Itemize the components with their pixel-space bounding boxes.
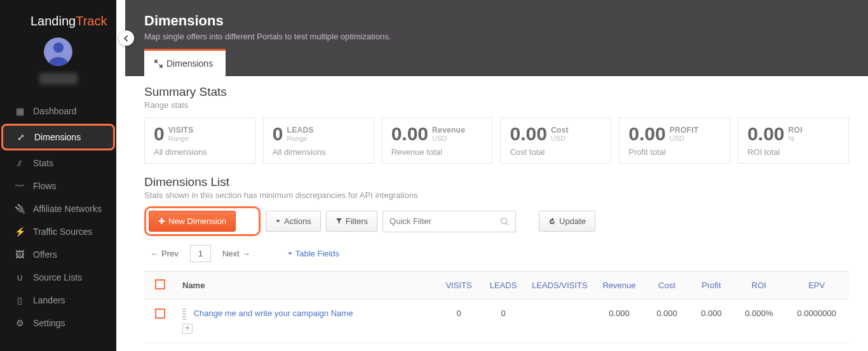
row-checkbox[interactable] [155, 308, 165, 319]
stat-profit: 0.00PROFITUSD Profit total [619, 117, 730, 164]
expand-row-button[interactable]: + [182, 324, 193, 334]
table-fields-button[interactable]: Table Fields [287, 249, 339, 258]
stat-foot: All dimensions [154, 147, 245, 157]
sidebar-item-stats[interactable]: ⫽Stats [0, 152, 116, 175]
update-button[interactable]: Update [539, 211, 595, 232]
avatar-container [0, 35, 116, 100]
col-profit[interactable]: Profit [689, 272, 733, 300]
nav-label: Offers [33, 249, 57, 260]
stat-sub: USD [432, 135, 465, 142]
sidebar-item-offers[interactable]: 🖼Offers [0, 243, 116, 266]
col-cost[interactable]: Cost [644, 272, 689, 300]
col-roi[interactable]: ROI [733, 272, 784, 300]
cell-visits: 0 [437, 300, 481, 343]
actions-button[interactable]: Actions [266, 211, 321, 232]
nav-label: Stats [33, 158, 53, 168]
row-name-link[interactable]: Change me and write your campaign Name [194, 308, 353, 318]
stat-value: 0.00 [628, 124, 665, 143]
svg-line-1 [506, 223, 509, 225]
stat-revenue: 0.00RevenueUSD Revenue total [382, 117, 493, 164]
stat-value: 0 [154, 124, 165, 143]
stat-sub: Range [287, 135, 314, 142]
sidebar-item-flows[interactable]: 〰Flows [0, 175, 116, 197]
col-leads[interactable]: LEADS [481, 272, 526, 300]
nav-label: Landers [33, 295, 65, 305]
sidebar-item-settings[interactable]: ⚙Settings [0, 312, 116, 334]
plus-icon: ✚ [158, 216, 165, 226]
stat-value: 0.00 [391, 124, 428, 143]
expand-icon: ⤢ [15, 132, 27, 142]
cell-cost: 0.000 [644, 300, 689, 343]
summary-title: Summary Stats [144, 85, 849, 99]
sidebar-item-dashboard[interactable]: ▦Dashboard [0, 100, 116, 123]
table-header-row: Name VISITS LEADS LEADS/VISITS Revenue C… [144, 272, 849, 300]
stat-sub: USD [551, 135, 569, 142]
tab-dimensions[interactable]: Dimensions [144, 49, 226, 76]
content: Summary Stats Range stats 0VISITSRange A… [125, 76, 868, 351]
col-revenue[interactable]: Revenue [593, 272, 644, 300]
stat-sub: USD [670, 135, 699, 142]
stat-title: Cost [551, 126, 569, 135]
stat-foot: Revenue total [391, 147, 482, 157]
cell-profit: 0.000 [689, 300, 733, 343]
filters-button[interactable]: Filters [326, 211, 377, 232]
nav-label: Dimensions [34, 132, 81, 142]
nav-label: Dashboard [33, 106, 77, 116]
stat-visits: 0VISITSRange All dimensions [144, 117, 255, 164]
cell-leads: 0 [481, 300, 526, 343]
svg-point-0 [501, 218, 507, 223]
page-number[interactable]: 1 [190, 245, 211, 262]
dimensions-table: Name VISITS LEADS LEADS/VISITS Revenue C… [144, 271, 849, 343]
col-name[interactable]: Name [176, 272, 437, 300]
tab-label: Dimensions [166, 58, 213, 69]
gear-icon: ⚙ [14, 318, 25, 328]
collapse-sidebar-button[interactable] [119, 30, 134, 46]
chevron-left-icon [123, 35, 130, 42]
button-label: New Dimension [168, 216, 226, 226]
sidebar-item-traffic[interactable]: ⚡Traffic Sources [0, 220, 116, 243]
col-visits[interactable]: VISITS [437, 272, 481, 300]
avatar[interactable] [44, 37, 72, 66]
nav-label: Source Lists [33, 272, 82, 282]
stat-title: LEADS [287, 126, 314, 135]
logo: LandingTrack [0, 0, 116, 35]
stat-foot: Profit total [628, 147, 719, 157]
stat-foot: ROI total [747, 147, 838, 157]
bolt-icon: ⚡ [14, 227, 25, 237]
stat-value: 0.00 [510, 124, 546, 143]
quick-filter-input[interactable] [390, 216, 500, 226]
stat-title: Revenue [432, 126, 465, 135]
sidebar-item-landers[interactable]: ▯Landers [0, 289, 116, 312]
logo-second: Track [76, 14, 107, 28]
cell-leadsvisits [526, 300, 593, 343]
table-row: Change me and write your campaign Name +… [144, 300, 849, 343]
next-button[interactable]: Next → [222, 249, 250, 258]
stat-sub: % [789, 135, 803, 142]
select-all-checkbox[interactable] [155, 279, 165, 289]
stat-title: PROFIT [670, 126, 699, 135]
sidebar: LandingTrack ▦Dashboard ⤢Dimensions ⫽Sta… [0, 0, 116, 351]
list-sub: Stats shown in this section has minimum … [144, 190, 849, 200]
list-title: Dimensions List [144, 175, 849, 189]
sidebar-item-dimensions[interactable]: ⤢Dimensions [1, 124, 115, 150]
stat-foot: Cost total [510, 147, 600, 157]
username [39, 73, 78, 84]
drag-handle-icon[interactable] [182, 308, 186, 320]
new-dimension-button[interactable]: ✚ New Dimension [149, 211, 236, 232]
prev-button[interactable]: ← Prev [151, 249, 179, 258]
cell-roi: 0.000% [733, 300, 784, 343]
col-epv[interactable]: EPV [784, 272, 849, 300]
sidebar-item-sourcelists[interactable]: ∪Source Lists [0, 266, 116, 289]
nav-label: Settings [33, 318, 65, 328]
magnet-icon: ∪ [14, 272, 25, 282]
sidebar-item-affiliate[interactable]: 🔌Affiliate Networks [0, 197, 116, 220]
page-header: Dimensions Map single offers into differ… [125, 0, 868, 76]
stat-leads: 0LEADSRange All dimensions [263, 117, 374, 164]
stat-cost: 0.00CostUSD Cost total [500, 117, 611, 164]
table-fields-label: Table Fields [295, 249, 339, 258]
grid-icon: ▦ [14, 106, 25, 116]
page-subtitle: Map single offers into different Portals… [144, 32, 849, 41]
summary-section: Summary Stats Range stats 0VISITSRange A… [144, 85, 849, 164]
stat-title: VISITS [168, 126, 194, 135]
col-leadsvisits[interactable]: LEADS/VISITS [526, 272, 593, 300]
